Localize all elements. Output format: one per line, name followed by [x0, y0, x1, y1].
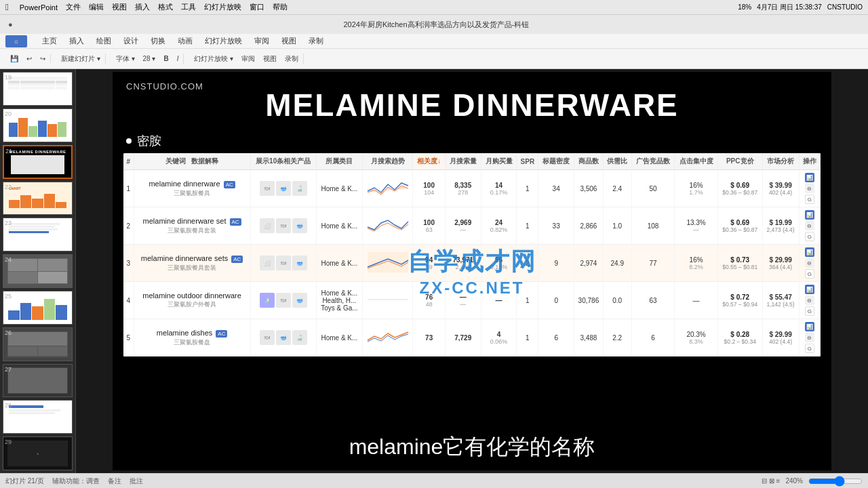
bold-btn[interactable]: B [161, 54, 170, 63]
product-img: 🍶 [260, 293, 275, 308]
cell-trend-1 [363, 170, 413, 207]
action-google-icon[interactable]: G [805, 195, 814, 204]
col-trend: 月搜索趋势 [363, 153, 413, 170]
action-google-icon[interactable]: G [805, 232, 814, 241]
menu-tools[interactable]: 工具 [181, 2, 196, 12]
menu-insert[interactable]: 插入 [135, 2, 150, 12]
action-copy-icon[interactable]: ⊖ [805, 258, 814, 268]
slide-thumb-23[interactable]: 23 [3, 218, 73, 251]
slide-thumb-26[interactable]: 26 [3, 327, 73, 361]
cell-purchase-3: 960.13% [481, 245, 517, 282]
cell-purchase-4: — [481, 282, 517, 319]
table-row: 2 melamine dinnerware set AC 三聚氰胺餐具套装 ⬜ … [123, 207, 821, 245]
cell-num-2: 2 [123, 207, 134, 245]
view-btn[interactable]: 视图 [261, 54, 279, 64]
action-chart-icon[interactable]: 📊 [805, 210, 814, 220]
tab-insert[interactable]: 插入 [64, 35, 90, 47]
cell-category-2: Home & K... [316, 207, 362, 245]
zoom-level[interactable]: 240% [785, 477, 803, 485]
table-row: 3 melamine dinnerware sets AC 三聚氰胺餐具套装 ⬜… [123, 245, 821, 282]
slide-thumb-29[interactable]: 29 ■ [3, 436, 73, 470]
ribbon-group-font: 字体 ▾ 28 ▾ B I [111, 54, 184, 64]
action-chart-icon[interactable]: 📊 [805, 285, 814, 294]
slides-panel: 19 [0, 69, 76, 473]
traffic-light-close[interactable]: ● [8, 20, 13, 28]
cell-relevance-3: 9459 [413, 245, 445, 282]
italic-btn[interactable]: I [175, 54, 181, 63]
cell-num-3: 3 [123, 245, 134, 282]
slide-thumb-24[interactable]: 24 [3, 254, 73, 288]
menu-edit[interactable]: 编辑 [89, 2, 104, 12]
tab-record[interactable]: 录制 [303, 35, 329, 47]
action-chart-icon[interactable]: 📊 [805, 247, 814, 257]
action-copy-icon[interactable]: ⊖ [805, 221, 814, 230]
tab-transitions[interactable]: 切换 [145, 35, 171, 47]
slide-thumb-25[interactable]: 25 [3, 291, 73, 325]
action-copy-icon[interactable]: ⊖ [805, 184, 814, 193]
cell-keyword-5: melamine dishes AC 三聚氰胺餐盘 [134, 319, 250, 357]
product-img: 🍽 [276, 256, 291, 270]
cell-category-5: Home & K... [316, 319, 362, 357]
menu-view[interactable]: 视图 [112, 2, 127, 12]
action-google-icon[interactable]: G [805, 269, 814, 279]
zoom-slider[interactable] [808, 476, 863, 487]
col-keyword: 关键词 数据解释 [134, 153, 250, 170]
action-copy-icon[interactable]: ⊖ [805, 333, 814, 342]
tab-home[interactable]: 主页 [37, 35, 62, 47]
slide-thumb-28[interactable]: 28 [3, 400, 73, 434]
tab-draw[interactable]: 绘图 [91, 35, 117, 47]
cell-trend-5 [363, 319, 413, 357]
slide-thumb-22[interactable]: 22 CHART [3, 182, 73, 216]
cell-supply-2: 1.0 [603, 207, 631, 245]
action-chart-icon[interactable]: 📊 [805, 322, 814, 331]
menu-file[interactable]: 文件 [66, 2, 81, 12]
cell-action-3: 📊 ⊖ G [799, 245, 820, 282]
slide-main-title: MELAMINE DINNERWARE [113, 87, 831, 123]
slide-position: 幻灯片 21/页 [5, 476, 44, 486]
ribbon-toolbar: 💾 ↩ ↪ 新建幻灯片 ▾ 字体 ▾ 28 ▾ B I 幻灯片放映 ▾ 审阅 视… [0, 49, 868, 69]
slide-thumb-19[interactable]: 19 [3, 72, 73, 106]
fontsize-select[interactable]: 28 ▾ [141, 54, 158, 63]
undo-btn[interactable]: ↩ [24, 54, 34, 63]
cell-products-count-4: 30,786 [574, 282, 604, 319]
action-google-icon[interactable]: G [805, 344, 814, 353]
cell-products-3: ⬜ 🍽 🥣 [250, 245, 316, 282]
tab-slideshow[interactable]: 幻灯片放映 [199, 35, 248, 47]
cell-searchvol-3: 73,9712,466 [445, 245, 481, 282]
slide-thumb-20[interactable]: 20 [3, 108, 73, 142]
tab-review[interactable]: 审阅 [249, 35, 275, 47]
slideshow-btn[interactable]: 幻灯片放映 ▾ [192, 54, 235, 64]
menu-help[interactable]: 帮助 [273, 2, 288, 12]
slide-canvas: CNSTUDIO.COM MELAMINE DINNERWARE 密胺 # 关键… [113, 72, 831, 470]
record-btn[interactable]: 录制 [283, 54, 300, 64]
cell-searchvol-5: 7,729 [445, 319, 481, 357]
menu-window[interactable]: 窗口 [250, 2, 264, 12]
cell-relevance-2: 10063 [413, 207, 445, 245]
slide-thumb-21[interactable]: 21 MELAMINE DINNERWARE [3, 145, 73, 179]
cell-products-1: 🍽 🥣 🍶 [250, 170, 316, 207]
menu-slideshow[interactable]: 幻灯片放映 [204, 2, 241, 12]
action-chart-icon[interactable]: 📊 [805, 173, 814, 182]
cell-clickfocus-5: 20.3%8.3% [675, 319, 718, 357]
cell-purchase-5: 40.06% [481, 319, 517, 357]
action-google-icon[interactable]: G [805, 306, 814, 316]
tab-design[interactable]: 设计 [118, 35, 144, 47]
tab-view[interactable]: 视图 [276, 35, 302, 47]
tab-animations[interactable]: 动画 [172, 35, 198, 47]
bullet-label: 密胺 [137, 133, 161, 149]
app-menu[interactable]: PowerPoint [20, 3, 58, 12]
save-btn[interactable]: 💾 [8, 54, 20, 63]
col-search-vol: 月搜索量 [445, 153, 481, 170]
redo-btn[interactable]: ↪ [38, 54, 47, 63]
view-icons[interactable]: ⊟ ⊠ ≡ [762, 477, 780, 485]
slide-thumb-27[interactable]: 27 [3, 364, 73, 398]
product-img: 🍽 [276, 293, 291, 308]
menu-format[interactable]: 格式 [158, 2, 173, 12]
new-slide-btn[interactable]: 新建幻灯片 ▾ [59, 54, 102, 64]
ribbon-group-slides: 新建幻灯片 ▾ [56, 54, 106, 64]
review-btn[interactable]: 审阅 [239, 54, 257, 64]
action-copy-icon[interactable]: ⊖ [805, 296, 814, 305]
col-num: # [123, 153, 134, 170]
cell-searchvol-1: 8,335278 [445, 170, 481, 207]
font-select[interactable]: 字体 ▾ [114, 54, 137, 64]
